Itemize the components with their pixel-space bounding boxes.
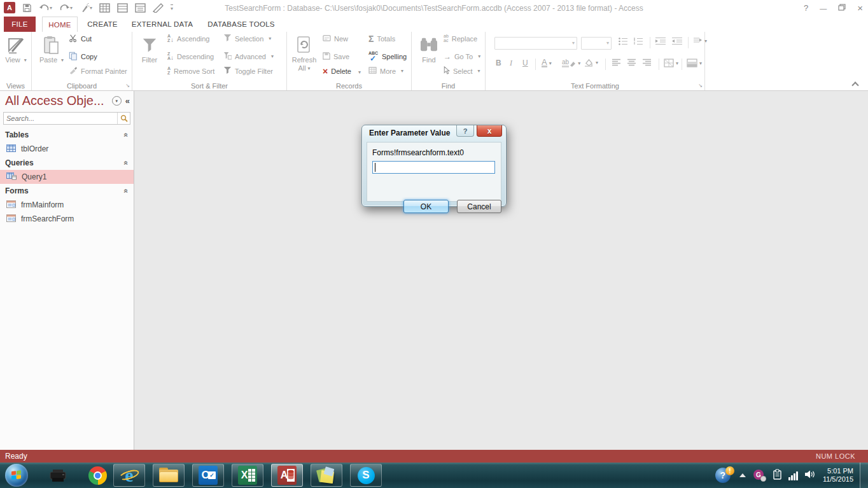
clock-date: 11/5/2015 [823,475,853,483]
undo-icon[interactable] [39,3,52,12]
ascending-button[interactable]: AZ↓ Ascending [167,32,209,45]
delete-dropdown[interactable] [358,67,361,75]
tray-clipboard-icon[interactable] [773,469,782,482]
dialog-help-button[interactable]: ? [456,125,474,137]
touch-mouse-mode-icon[interactable] [80,3,92,13]
select-button[interactable]: Select [444,64,480,78]
taskbar-skype-button[interactable]: S [350,464,382,487]
toggle-filter-button[interactable]: Toggle Filter [223,64,273,78]
search-icon[interactable] [117,113,130,124]
taskbar-file-explorer-button[interactable] [153,464,185,487]
volume-icon[interactable] [804,470,815,482]
tray-app-g-icon[interactable]: G [753,469,766,482]
advanced-button[interactable]: Advanced [223,50,274,63]
access-app-icon[interactable]: A [4,2,15,13]
action-center-icon[interactable]: ? ! [715,466,734,484]
align-center-icon[interactable] [627,59,636,66]
design-view-icon[interactable] [153,3,164,13]
datasheet-view-icon[interactable] [99,3,110,13]
taskbar-excel-button[interactable]: X [232,464,263,487]
customize-qat-icon[interactable] [171,4,173,11]
close-button[interactable]: × [857,3,863,13]
taskbar-outlook-button[interactable]: O ✓ [192,464,224,487]
descending-button[interactable]: ZA↓ Descending [167,50,214,63]
alternate-row-color-button[interactable] [687,59,702,67]
view-button[interactable]: View [1,34,31,64]
nav-item-tblorder[interactable]: tblOrder [0,142,134,156]
copy-button[interactable]: Copy [69,50,97,63]
more-button[interactable]: More [368,64,403,78]
nav-item-query1[interactable]: Query1 [0,170,134,184]
filter-button[interactable]: Filter [135,34,164,64]
italic-button[interactable]: I [510,59,512,68]
show-hidden-icons-button[interactable] [739,473,746,477]
network-signal-icon[interactable] [788,471,798,480]
tab-create[interactable]: CREATE [83,17,122,32]
nav-section-forms[interactable]: Forms« [0,184,134,198]
font-color-button[interactable]: A [542,59,552,67]
font-size-combo[interactable] [581,37,612,50]
go-to-button[interactable]: → Go To [444,50,480,63]
new-record-button[interactable]: New [323,32,348,45]
taskbar-chrome-icon[interactable] [81,464,113,487]
pivot-table-icon[interactable] [117,3,128,13]
format-painter-button[interactable]: Format Painter [69,64,127,78]
ok-button[interactable]: OK [403,200,449,213]
shutter-close-icon[interactable]: « [125,96,130,106]
search-input[interactable] [4,115,117,122]
background-color-button[interactable] [584,59,598,67]
collapse-ribbon-button[interactable] [851,81,859,87]
align-left-icon[interactable] [612,59,621,66]
increase-indent-icon[interactable] [671,37,683,45]
collapse-section-icon[interactable]: « [122,189,131,193]
align-right-icon[interactable] [642,59,652,66]
remove-sort-button[interactable]: AZ Remove Sort [167,64,214,78]
collapse-section-icon[interactable]: « [122,161,131,165]
totals-button[interactable]: Σ Totals [368,32,395,45]
bold-button[interactable]: B [496,59,501,67]
tab-home[interactable]: HOME [42,17,78,32]
cancel-button[interactable]: Cancel [457,200,501,213]
nav-item-frmmainform[interactable]: frmMainform [0,198,134,212]
decrease-indent-icon[interactable] [655,37,666,45]
dialog-close-button[interactable]: x [477,125,502,137]
show-desktop-button[interactable] [860,463,868,488]
save-icon[interactable] [22,3,32,13]
numbering-icon[interactable] [633,37,643,46]
underline-button[interactable]: U [522,59,528,67]
highlight-color-button[interactable]: ab [562,59,580,67]
gridlines-button[interactable] [664,59,678,67]
replace-button[interactable]: abac Replace [444,32,477,45]
help-button[interactable]: ? [804,3,808,13]
refresh-all-button[interactable]: RefreshAll [290,34,319,73]
parameter-input[interactable] [372,161,495,174]
tab-external-data[interactable]: EXTERNAL DATA [127,17,197,32]
tab-file[interactable]: FILE [4,17,36,32]
text-direction-icon[interactable] [693,37,707,45]
spelling-button[interactable]: ABC ✓ Spelling [368,50,407,63]
redo-icon[interactable] [59,3,73,12]
nav-section-tables[interactable]: Tables« [0,128,134,142]
save-record-button[interactable]: Save [323,50,349,63]
tab-database-tools[interactable]: DATABASE TOOLS [202,17,280,32]
form-view-icon[interactable] [135,3,146,13]
cut-button[interactable]: Cut [69,32,92,45]
delete-record-button[interactable]: × Delete [323,64,361,78]
collapse-section-icon[interactable]: « [122,133,131,137]
nav-section-queries[interactable]: Queries« [0,156,134,170]
selection-button[interactable]: Selection [223,32,271,45]
minimize-button[interactable]: — [820,4,827,12]
restore-button[interactable] [838,3,846,13]
taskbar-sticky-notes-button[interactable] [311,464,342,487]
bullets-icon[interactable] [618,37,628,46]
paste-button[interactable]: Paste [37,34,66,64]
find-button[interactable]: Find [414,34,444,64]
nav-menu-icon[interactable]: ▾ [112,96,122,106]
taskbar-access-button[interactable]: A [271,464,303,487]
start-button[interactable] [5,464,28,487]
taskbar-printer-icon[interactable] [42,464,74,487]
nav-item-frmsearchform[interactable]: frmSearchForm [0,212,134,226]
taskbar-internet-explorer-button[interactable]: e [113,464,145,487]
taskbar-clock[interactable]: 5:01 PM 11/5/2015 [823,467,853,484]
font-name-combo[interactable] [494,37,577,50]
